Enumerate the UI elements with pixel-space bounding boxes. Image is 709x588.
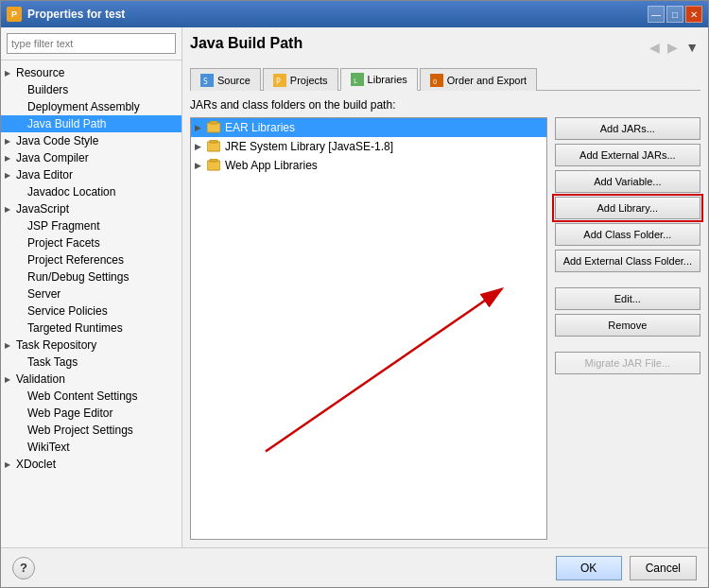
add-class-folder-button[interactable]: Add Class Folder...: [555, 223, 700, 246]
lib-item-jre-label: JRE System Library [JavaSE-1.8]: [225, 140, 393, 153]
main-panel: Java Build Path ◀ ▶ ▼ S Source: [182, 27, 708, 547]
sidebar-item-label: Builders: [16, 83, 68, 96]
sidebar-item-project-references[interactable]: Project References: [1, 251, 182, 268]
sidebar-item-label: Service Policies: [16, 304, 108, 318]
source-tab-icon: S: [200, 74, 214, 87]
add-variable-button[interactable]: Add Variable...: [555, 170, 700, 193]
sidebar-item-jsp-fragment[interactable]: JSP Fragment: [1, 217, 182, 234]
arrow-icon: ▶: [5, 205, 16, 214]
sidebar-item-label: JavaScript: [16, 202, 69, 216]
tab-projects-label: Projects: [290, 75, 328, 86]
sidebar-item-java-compiler[interactable]: ▶ Java Compiler: [1, 149, 182, 166]
sidebar-item-builders[interactable]: Builders: [1, 81, 182, 98]
tab-source-label: Source: [217, 75, 251, 86]
arrow-icon: ▶: [5, 154, 16, 163]
sidebar-item-xdoclet[interactable]: ▶ XDoclet: [1, 456, 182, 473]
sidebar-item-resource[interactable]: ▶ Resource: [1, 64, 182, 81]
sidebar-item-label: Targeted Runtimes: [16, 321, 123, 335]
sidebar-item-label: Java Editor: [16, 168, 73, 182]
button-spacer-1: [555, 276, 700, 284]
bottom-bar: ? OK Cancel: [1, 547, 708, 587]
add-external-jars-button[interactable]: Add External JARs...: [555, 144, 700, 166]
content-area: ▶ EAR Libraries ▶: [190, 117, 700, 540]
lib-item-ear[interactable]: ▶ EAR Libraries: [191, 118, 546, 137]
sidebar-item-label: Task Repository: [16, 338, 96, 352]
filter-box: [1, 27, 182, 61]
sidebar-item-java-code-style[interactable]: ▶ Java Code Style: [1, 132, 182, 149]
sidebar-item-label: Web Content Settings: [16, 389, 138, 403]
titlebar-buttons: — □ ✕: [648, 6, 702, 23]
close-button[interactable]: ✕: [685, 6, 702, 23]
tab-source[interactable]: S Source: [190, 68, 261, 91]
help-button[interactable]: ?: [12, 557, 35, 579]
order-tab-icon: O: [430, 74, 443, 87]
sidebar-item-label: Java Compiler: [16, 151, 89, 164]
sidebar-item-server[interactable]: Server: [1, 285, 182, 303]
add-library-button[interactable]: Add Library...: [555, 197, 700, 219]
add-jars-button[interactable]: Add JARs...: [555, 117, 700, 140]
sidebar-item-label: Java Code Style: [16, 134, 98, 147]
forward-button[interactable]: ▶: [666, 38, 680, 57]
button-spacer-2: [555, 340, 700, 348]
sidebar-item-javadoc-location[interactable]: Javadoc Location: [1, 183, 182, 200]
sidebar-item-task-repository[interactable]: ▶ Task Repository: [1, 337, 182, 354]
sidebar-item-targeted-runtimes[interactable]: Targeted Runtimes: [1, 320, 182, 337]
sidebar-item-run-debug[interactable]: Run/Debug Settings: [1, 268, 182, 285]
migrate-jar-button[interactable]: Migrate JAR File...: [555, 352, 700, 374]
sidebar-item-web-project-settings[interactable]: Web Project Settings: [1, 422, 182, 439]
libraries-tab-icon: L: [351, 73, 364, 86]
lib-item-ear-label: EAR Libraries: [225, 121, 295, 134]
tab-libraries[interactable]: L Libraries: [340, 68, 418, 91]
tab-order-export[interactable]: O Order and Export: [420, 68, 537, 91]
window-icon: P: [7, 7, 22, 22]
sidebar-item-web-content-settings[interactable]: Web Content Settings: [1, 388, 182, 405]
arrow-icon: ▶: [5, 460, 16, 469]
content-container: ▶ EAR Libraries ▶: [190, 117, 700, 540]
minimize-button[interactable]: —: [648, 6, 665, 23]
sidebar-item-project-facets[interactable]: Project Facets: [1, 234, 182, 251]
sidebar-item-deployment-assembly[interactable]: Deployment Assembly: [1, 98, 182, 115]
svg-text:S: S: [203, 78, 208, 86]
sidebar-item-label: Web Project Settings: [16, 424, 133, 437]
sidebar-item-task-tags[interactable]: Task Tags: [1, 354, 182, 371]
sidebar-item-wikitext[interactable]: WikiText: [1, 439, 182, 456]
cancel-button[interactable]: Cancel: [630, 556, 697, 580]
lib-item-webapp-label: Web App Libraries: [225, 159, 318, 172]
buttons-panel: Add JARs... Add External JARs... Add Var…: [555, 117, 700, 540]
filter-input[interactable]: [7, 33, 176, 54]
sidebar-item-java-editor[interactable]: ▶ Java Editor: [1, 166, 182, 183]
lib-jar-icon: [206, 139, 221, 154]
sidebar-item-label: Task Tags: [16, 355, 78, 369]
arrow-icon: ▶: [5, 137, 16, 146]
sidebar-item-label: Resource: [16, 66, 64, 79]
ok-cancel-buttons: OK Cancel: [556, 556, 697, 580]
restore-button[interactable]: □: [666, 6, 683, 23]
projects-tab-icon: P: [273, 74, 286, 87]
sidebar-item-validation[interactable]: ▶ Validation: [1, 371, 182, 388]
lib-item-webapp[interactable]: ▶ Web App Libraries: [191, 156, 546, 175]
tab-libraries-label: Libraries: [368, 74, 407, 85]
lib-item-jre[interactable]: ▶ JRE System Library [JavaSE-1.8]: [191, 137, 546, 156]
ok-button[interactable]: OK: [556, 556, 622, 580]
dropdown-button[interactable]: ▼: [683, 38, 700, 57]
lib-jar-icon: [206, 158, 221, 173]
sidebar-item-javascript[interactable]: ▶ JavaScript: [1, 200, 182, 217]
svg-rect-11: [210, 140, 217, 143]
sidebar-item-java-build-path[interactable]: Java Build Path: [1, 115, 182, 132]
library-tree[interactable]: ▶ EAR Libraries ▶: [190, 117, 547, 540]
sidebar-item-web-page-editor[interactable]: Web Page Editor: [1, 405, 182, 422]
nav-arrows: ◀ ▶ ▼: [648, 38, 700, 57]
sidebar-item-label: Project Facets: [16, 236, 100, 250]
tab-projects[interactable]: P Projects: [263, 68, 338, 91]
window-title: Properties for test: [27, 8, 648, 21]
sidebar-item-label: Java Build Path: [16, 117, 106, 130]
panel-title: Java Build Path: [190, 35, 303, 52]
sidebar-tree: ▶ Resource Builders Deployment Assembly …: [1, 61, 182, 547]
arrow-icon: ▶: [5, 375, 16, 384]
remove-button[interactable]: Remove: [555, 314, 700, 337]
panel-header: Java Build Path ◀ ▶ ▼: [190, 35, 700, 60]
add-external-class-folder-button[interactable]: Add External Class Folder...: [555, 250, 700, 272]
edit-button[interactable]: Edit...: [555, 287, 700, 310]
sidebar-item-service-policies[interactable]: Service Policies: [1, 303, 182, 320]
back-button[interactable]: ◀: [648, 38, 662, 57]
